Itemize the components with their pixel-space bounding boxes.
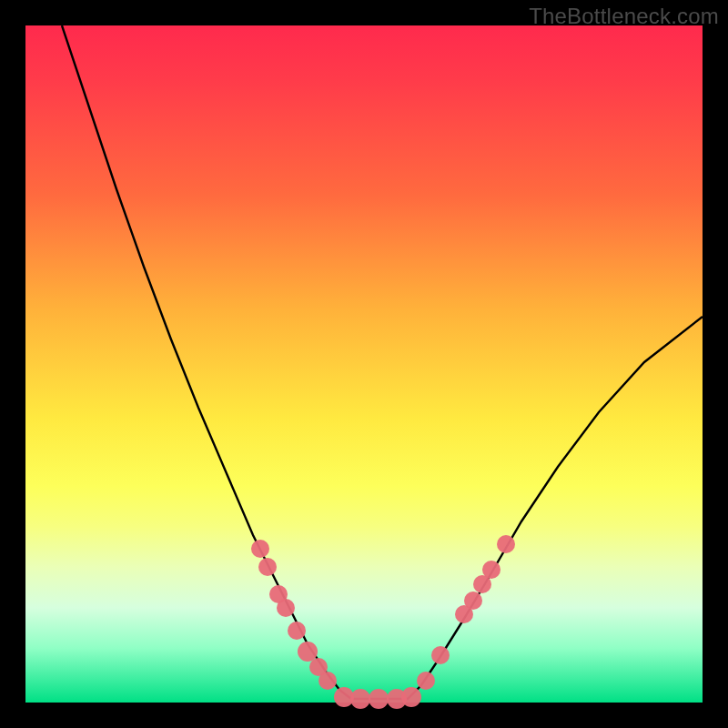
chart-frame: TheBottleneck.com: [0, 0, 728, 728]
watermark-text: TheBottleneck.com: [529, 4, 719, 29]
plot-area: [25, 25, 703, 703]
curve-path: [62, 25, 703, 699]
bottleneck-curve: [25, 25, 703, 703]
